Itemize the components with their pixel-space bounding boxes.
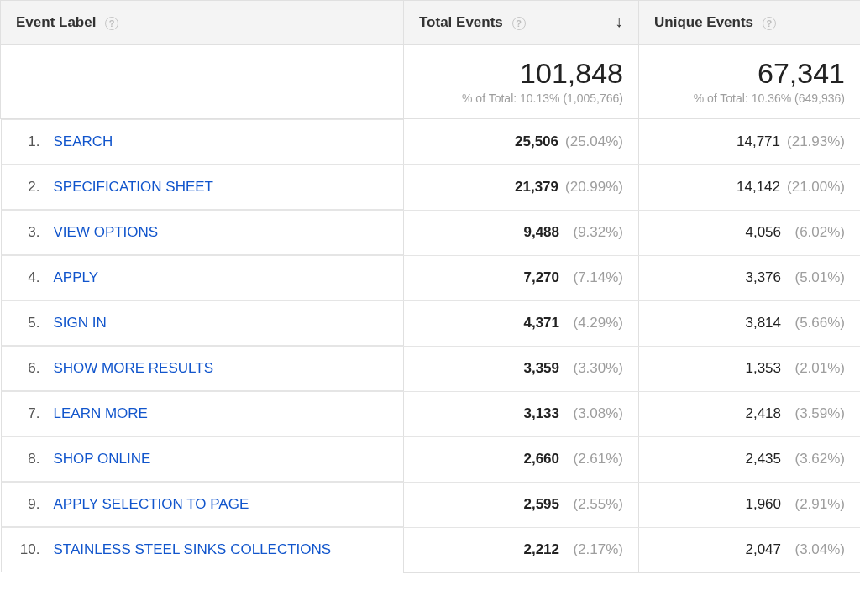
row-value: 3,359 <box>523 360 559 376</box>
row-value: 2,660 <box>523 451 559 467</box>
row-percent: (3.08%) <box>559 405 623 422</box>
row-percent: (2.61%) <box>559 451 623 467</box>
event-label-link[interactable]: STAINLESS STEEL SINKS COLLECTIONS <box>47 541 332 558</box>
help-icon[interactable]: ? <box>512 17 526 30</box>
row-value: 2,047 <box>745 541 781 557</box>
col-header-text: Unique Events <box>654 14 753 30</box>
row-index: 7. <box>17 405 47 422</box>
row-value: 2,212 <box>523 541 559 557</box>
row-value: 2,595 <box>523 496 559 512</box>
row-value: 1,960 <box>745 496 781 512</box>
col-header-text: Event Label <box>16 14 96 30</box>
row-unique-events: 14,771(21.93%) <box>639 119 861 165</box>
row-index: 2. <box>17 179 47 196</box>
event-label-link[interactable]: SHOP ONLINE <box>47 451 151 467</box>
row-label-cell: 6.SHOW MORE RESULTS <box>1 346 404 391</box>
row-total-events: 7,270(7.14%) <box>404 255 639 300</box>
event-label-link[interactable]: SIGN IN <box>47 315 107 331</box>
event-label-link[interactable]: SHOW MORE RESULTS <box>47 360 213 377</box>
row-index: 4. <box>17 269 47 286</box>
summary-subtext: % of Total: 10.36% (649,936) <box>654 91 845 105</box>
row-percent: (3.59%) <box>781 405 845 422</box>
row-percent: (2.01%) <box>781 360 845 377</box>
row-label-cell: 9.APPLY SELECTION TO PAGE <box>1 482 404 527</box>
row-percent: (3.04%) <box>781 541 845 558</box>
row-total-events: 9,488(9.32%) <box>404 210 639 255</box>
row-value: 21,379 <box>515 179 558 195</box>
row-total-events: 2,660(2.61%) <box>404 436 639 482</box>
help-icon[interactable]: ? <box>105 17 118 30</box>
row-percent: (5.01%) <box>781 269 845 286</box>
event-label-link[interactable]: LEARN MORE <box>47 405 148 422</box>
event-label-link[interactable]: VIEW OPTIONS <box>47 224 159 241</box>
table-row: 5.SIGN IN4,371(4.29%)3,814(5.66%) <box>1 300 861 346</box>
row-percent: (3.62%) <box>781 451 845 467</box>
row-label-cell: 1.SEARCH <box>1 119 404 164</box>
row-value: 14,771 <box>737 133 780 149</box>
row-percent: (25.04%) <box>558 133 623 150</box>
table-row: 2.SPECIFICATION SHEET21,379(20.99%)14,14… <box>1 164 861 210</box>
row-index: 10. <box>17 541 47 558</box>
row-value: 4,056 <box>745 224 781 240</box>
row-label-cell: 4.APPLY <box>1 255 404 300</box>
row-label-cell: 8.SHOP ONLINE <box>1 436 404 482</box>
row-percent: (7.14%) <box>559 269 623 286</box>
event-label-link[interactable]: APPLY <box>47 269 99 286</box>
col-header-total-events[interactable]: Total Events ? ↓ <box>404 1 639 45</box>
summary-unique-events: 67,341 % of Total: 10.36% (649,936) <box>639 45 861 119</box>
row-total-events: 2,595(2.55%) <box>404 482 639 527</box>
summary-value: 67,341 <box>654 57 845 90</box>
row-percent: (21.93%) <box>780 133 845 150</box>
table-row: 7.LEARN MORE3,133(3.08%)2,418(3.59%) <box>1 391 861 436</box>
row-value: 2,435 <box>745 451 781 467</box>
row-label-cell: 5.SIGN IN <box>1 300 404 346</box>
row-index: 6. <box>17 360 47 377</box>
row-index: 1. <box>17 133 47 150</box>
row-index: 5. <box>17 315 47 331</box>
row-percent: (3.30%) <box>559 360 623 377</box>
row-unique-events: 3,814(5.66%) <box>639 300 861 346</box>
row-unique-events: 4,056(6.02%) <box>639 210 861 255</box>
event-label-link[interactable]: SPECIFICATION SHEET <box>47 179 214 196</box>
row-unique-events: 2,418(3.59%) <box>639 391 861 436</box>
row-value: 3,376 <box>745 269 781 285</box>
event-label-link[interactable]: SEARCH <box>47 133 113 150</box>
row-percent: (21.00%) <box>780 179 845 196</box>
summary-row: 101,848 % of Total: 10.13% (1,005,766) 6… <box>1 45 861 119</box>
summary-total-events: 101,848 % of Total: 10.13% (1,005,766) <box>404 45 639 119</box>
table-row: 9.APPLY SELECTION TO PAGE2,595(2.55%)1,9… <box>1 482 861 527</box>
table-row: 6.SHOW MORE RESULTS3,359(3.30%)1,353(2.0… <box>1 346 861 391</box>
row-unique-events: 1,353(2.01%) <box>639 346 861 391</box>
event-label-link[interactable]: APPLY SELECTION TO PAGE <box>47 496 249 513</box>
row-value: 1,353 <box>745 360 781 376</box>
row-total-events: 21,379(20.99%) <box>404 164 639 210</box>
row-percent: (2.91%) <box>781 496 845 513</box>
row-value: 14,142 <box>737 179 780 195</box>
row-percent: (2.17%) <box>559 541 623 558</box>
row-total-events: 25,506(25.04%) <box>404 119 639 165</box>
table-row: 10.STAINLESS STEEL SINKS COLLECTIONS2,21… <box>1 527 861 572</box>
summary-value: 101,848 <box>419 57 623 90</box>
row-value: 4,371 <box>523 315 559 331</box>
row-value: 3,814 <box>745 315 781 331</box>
row-index: 8. <box>17 451 47 467</box>
col-header-unique-events[interactable]: Unique Events ? <box>639 1 861 45</box>
row-value: 2,418 <box>745 405 781 421</box>
help-icon[interactable]: ? <box>763 17 776 30</box>
row-percent: (9.32%) <box>559 224 623 241</box>
row-total-events: 4,371(4.29%) <box>404 300 639 346</box>
row-unique-events: 1,960(2.91%) <box>639 482 861 527</box>
row-percent: (2.55%) <box>559 496 623 513</box>
col-header-text: Total Events <box>419 14 503 30</box>
table-row: 3.VIEW OPTIONS9,488(9.32%)4,056(6.02%) <box>1 210 861 255</box>
events-table: Event Label ? Total Events ? ↓ Unique Ev… <box>0 0 860 573</box>
row-total-events: 2,212(2.17%) <box>404 527 639 572</box>
row-percent: (5.66%) <box>781 315 845 331</box>
row-total-events: 3,359(3.30%) <box>404 346 639 391</box>
row-index: 3. <box>17 224 47 241</box>
row-percent: (6.02%) <box>781 224 845 241</box>
col-header-event-label[interactable]: Event Label ? <box>1 1 404 45</box>
row-unique-events: 2,047(3.04%) <box>639 527 861 572</box>
row-unique-events: 2,435(3.62%) <box>639 436 861 482</box>
sort-desc-icon[interactable]: ↓ <box>615 14 623 28</box>
